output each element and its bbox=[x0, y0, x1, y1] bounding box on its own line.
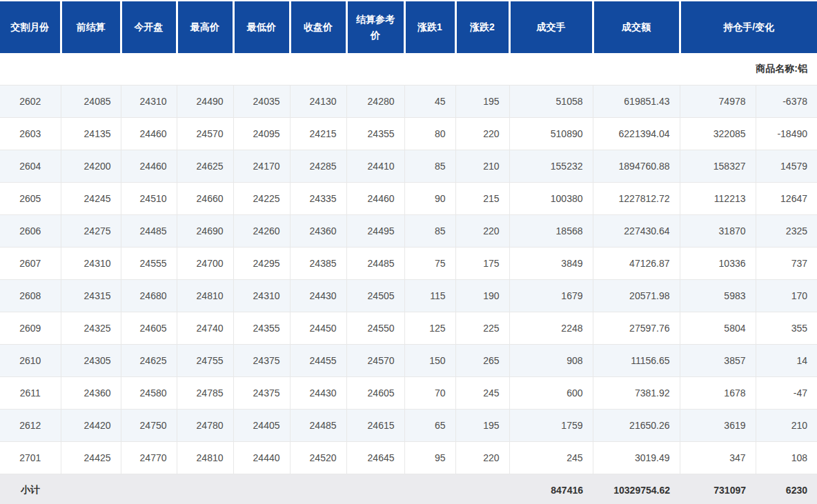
commodity-group-row: 商品名称:铝 bbox=[0, 53, 817, 85]
col-header-high: 最高价 bbox=[177, 1, 233, 53]
cell-value: 24810 bbox=[177, 280, 233, 312]
cell-value: 14 bbox=[756, 345, 817, 377]
cell-value: 24360 bbox=[290, 215, 346, 248]
subtotal-row: 小计 847416 10329754.62 731097 6230 bbox=[0, 474, 817, 504]
cell-value: 24690 bbox=[177, 215, 233, 248]
cell-value: 150 bbox=[404, 345, 455, 377]
cell-value: 1894760.88 bbox=[593, 150, 680, 183]
cell-value: 24310 bbox=[61, 248, 121, 280]
cell-value: 908 bbox=[509, 345, 593, 377]
cell-value: 215 bbox=[455, 183, 509, 215]
cell-value: 27597.76 bbox=[593, 312, 680, 345]
cell-delivery-month: 2602 bbox=[0, 85, 61, 118]
cell-value: 24780 bbox=[177, 410, 233, 442]
subtotal-oi-change: 6230 bbox=[756, 474, 817, 504]
subtotal-volume: 847416 bbox=[509, 474, 593, 504]
col-header-prev-settlement: 前结算 bbox=[61, 1, 121, 53]
subtotal-turnover: 10329754.62 bbox=[593, 474, 680, 504]
cell-value: 24490 bbox=[177, 85, 233, 118]
cell-value: 115 bbox=[404, 280, 455, 312]
cell-value: 95 bbox=[404, 442, 455, 474]
cell-value: 100380 bbox=[509, 183, 593, 215]
cell-value: 24550 bbox=[346, 312, 404, 345]
cell-value: 24170 bbox=[233, 150, 290, 183]
futures-quotes-table: 交割月份 前结算 今开盘 最高价 最低价 收盘价 结算参考价 涨跌1 涨跌2 成… bbox=[0, 0, 817, 504]
cell-value: 24680 bbox=[121, 280, 177, 312]
cell-value: 1678 bbox=[680, 377, 756, 410]
cell-value: 24245 bbox=[61, 183, 121, 215]
cell-value: 225 bbox=[455, 312, 509, 345]
cell-value: 24485 bbox=[290, 410, 346, 442]
table-row: 2609243252460524740243552445024550125225… bbox=[0, 312, 817, 345]
col-header-change1: 涨跌1 bbox=[404, 1, 455, 53]
cell-value: 3857 bbox=[680, 345, 756, 377]
cell-value: 24450 bbox=[290, 312, 346, 345]
cell-value: 24315 bbox=[61, 280, 121, 312]
col-header-low: 最低价 bbox=[233, 1, 290, 53]
cell-value: 24645 bbox=[346, 442, 404, 474]
table-row: 2610243052462524755243752445524570150265… bbox=[0, 345, 817, 377]
cell-delivery-month: 2606 bbox=[0, 215, 61, 248]
cell-value: 24280 bbox=[346, 85, 404, 118]
cell-delivery-month: 2609 bbox=[0, 312, 61, 345]
cell-value: 158327 bbox=[680, 150, 756, 183]
cell-delivery-month: 2612 bbox=[0, 410, 61, 442]
cell-value: 14579 bbox=[756, 150, 817, 183]
cell-value: 31870 bbox=[680, 215, 756, 248]
cell-value: 24430 bbox=[290, 377, 346, 410]
cell-value: 10336 bbox=[680, 248, 756, 280]
cell-value: 75 bbox=[404, 248, 455, 280]
cell-value: 322085 bbox=[680, 118, 756, 150]
cell-value: 210 bbox=[756, 410, 817, 442]
cell-value: 12647 bbox=[756, 183, 817, 215]
cell-value: 24570 bbox=[177, 118, 233, 150]
cell-value: 6221394.04 bbox=[593, 118, 680, 150]
cell-value: 24460 bbox=[121, 150, 177, 183]
table-row: 2607243102455524700242952438524485751753… bbox=[0, 248, 817, 280]
cell-value: 24375 bbox=[233, 377, 290, 410]
cell-value: 220 bbox=[455, 215, 509, 248]
cell-value: 24355 bbox=[346, 118, 404, 150]
cell-delivery-month: 2610 bbox=[0, 345, 61, 377]
cell-value: 24225 bbox=[233, 183, 290, 215]
subtotal-label: 小计 bbox=[0, 474, 61, 504]
cell-value: 24095 bbox=[233, 118, 290, 150]
cell-value: 21650.26 bbox=[593, 410, 680, 442]
cell-value: 24810 bbox=[177, 442, 233, 474]
cell-value: 245 bbox=[455, 377, 509, 410]
cell-value: 24455 bbox=[290, 345, 346, 377]
cell-value: -6378 bbox=[756, 85, 817, 118]
cell-value: 155232 bbox=[509, 150, 593, 183]
cell-value: 24405 bbox=[233, 410, 290, 442]
subtotal-open-interest: 731097 bbox=[680, 474, 756, 504]
cell-value: 220 bbox=[455, 118, 509, 150]
cell-value: 210 bbox=[455, 150, 509, 183]
cell-value: 195 bbox=[455, 410, 509, 442]
cell-value: 220 bbox=[455, 442, 509, 474]
cell-value: 24355 bbox=[233, 312, 290, 345]
cell-value: 51058 bbox=[509, 85, 593, 118]
cell-value: 24755 bbox=[177, 345, 233, 377]
cell-value: 5983 bbox=[680, 280, 756, 312]
cell-value: 85 bbox=[404, 215, 455, 248]
cell-value: 245 bbox=[509, 442, 593, 474]
cell-value: 125 bbox=[404, 312, 455, 345]
col-header-delivery-month: 交割月份 bbox=[0, 1, 61, 53]
cell-value: 170 bbox=[756, 280, 817, 312]
cell-value: 1759 bbox=[509, 410, 593, 442]
table-row: 2604242002446024625241702428524410852101… bbox=[0, 150, 817, 183]
cell-value: 3849 bbox=[509, 248, 593, 280]
cell-value: 11156.65 bbox=[593, 345, 680, 377]
cell-value: 24035 bbox=[233, 85, 290, 118]
cell-value: 24385 bbox=[290, 248, 346, 280]
cell-value: 24285 bbox=[290, 150, 346, 183]
cell-value: 24430 bbox=[290, 280, 346, 312]
cell-delivery-month: 2604 bbox=[0, 150, 61, 183]
cell-delivery-month: 2605 bbox=[0, 183, 61, 215]
table-row: 2701244252477024810244402452024645952202… bbox=[0, 442, 817, 474]
cell-value: -18490 bbox=[756, 118, 817, 150]
cell-value: 24460 bbox=[346, 183, 404, 215]
cell-value: 24785 bbox=[177, 377, 233, 410]
cell-value: 24295 bbox=[233, 248, 290, 280]
cell-value: 24520 bbox=[290, 442, 346, 474]
